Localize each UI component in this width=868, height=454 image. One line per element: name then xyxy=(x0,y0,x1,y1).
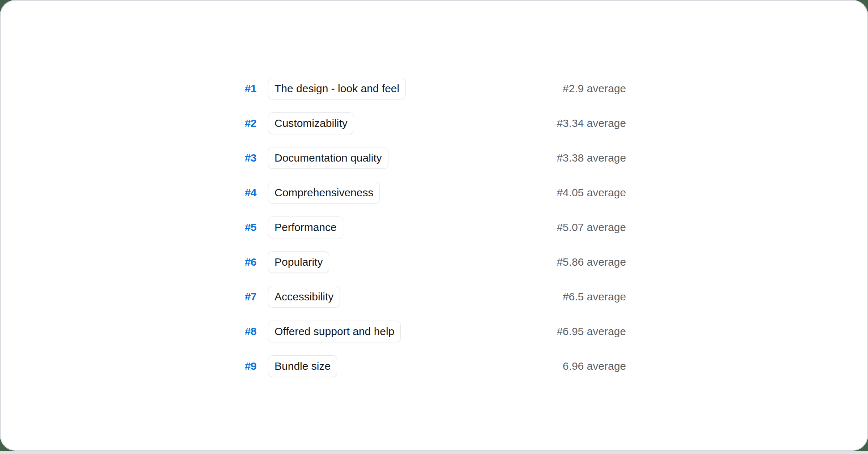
average-value: #2.9 average xyxy=(563,82,626,95)
rank-label: #3 xyxy=(242,152,256,164)
option-chip: Bundle size xyxy=(268,355,337,377)
average-value: 6.96 average xyxy=(563,360,626,372)
option-chip: Comprehensiveness xyxy=(268,182,380,204)
ranking-row: #1 The design - look and feel #2.9 avera… xyxy=(242,78,626,99)
option-chip: Customizability xyxy=(268,112,354,134)
option-chip: Popularity xyxy=(268,251,329,273)
option-chip: Performance xyxy=(268,217,343,238)
rank-label: #5 xyxy=(242,221,256,234)
rank-label: #9 xyxy=(242,360,256,372)
option-chip-label: Accessibility xyxy=(275,291,333,303)
average-value: #6.5 average xyxy=(563,291,626,303)
option-chip-label: Customizability xyxy=(275,117,348,129)
average-value: #4.05 average xyxy=(557,187,626,199)
ranking-row: #8 Offered support and help #6.95 averag… xyxy=(242,321,626,342)
option-chip: Offered support and help xyxy=(268,321,401,342)
average-value: #5.07 average xyxy=(557,221,626,234)
bottom-strip xyxy=(0,451,868,454)
option-chip: The design - look and feel xyxy=(268,78,406,99)
ranking-list: #1 The design - look and feel #2.9 avera… xyxy=(242,74,626,377)
rank-label: #2 xyxy=(242,117,256,129)
option-chip-label: The design - look and feel xyxy=(275,82,399,95)
ranking-row: #3 Documentation quality #3.38 average xyxy=(242,147,626,169)
average-value: #3.34 average xyxy=(557,117,626,129)
ranking-row: #4 Comprehensiveness #4.05 average xyxy=(242,182,626,204)
option-chip-label: Bundle size xyxy=(275,360,331,372)
ranking-row: #2 Customizability #3.34 average xyxy=(242,112,626,134)
rank-label: #1 xyxy=(242,82,256,95)
ranking-row: #9 Bundle size 6.96 average xyxy=(242,355,626,377)
rank-label: #4 xyxy=(242,187,256,199)
option-chip-label: Documentation quality xyxy=(275,152,382,164)
option-chip-label: Comprehensiveness xyxy=(275,187,373,199)
ranking-row: #6 Popularity #5.86 average xyxy=(242,251,626,273)
rank-label: #8 xyxy=(242,325,256,338)
ranking-row: #5 Performance #5.07 average xyxy=(242,217,626,238)
option-chip-label: Performance xyxy=(275,221,337,234)
average-value: #3.38 average xyxy=(557,152,626,164)
option-chip: Accessibility xyxy=(268,286,340,308)
average-value: #6.95 average xyxy=(557,325,626,338)
average-value: #5.86 average xyxy=(557,256,626,268)
option-chip-label: Offered support and help xyxy=(275,325,394,338)
option-chip: Documentation quality xyxy=(268,147,388,169)
ranking-row: #7 Accessibility #6.5 average xyxy=(242,286,626,308)
option-chip-label: Popularity xyxy=(275,256,323,268)
rank-label: #7 xyxy=(242,291,256,303)
results-card: #1 The design - look and feel #2.9 avera… xyxy=(0,0,868,451)
rank-label: #6 xyxy=(242,256,256,268)
